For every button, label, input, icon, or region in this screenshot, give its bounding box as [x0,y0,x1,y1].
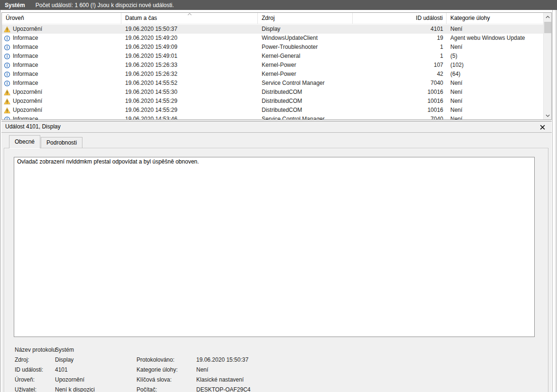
property-value: DESKTOP-OAF29C4 [196,385,250,392]
cell-event-id: 107 [353,61,447,70]
property-value: Není k dispozici [55,385,95,392]
column-header-datetime[interactable]: Datum a čas [121,13,258,24]
cell-level: Upozornění [2,88,121,97]
events-table-body: Upozornění 19.06.2020 15:50:37 Display 4… [2,25,543,119]
property-value: Display [55,355,73,365]
event-description-box[interactable]: Ovladač zobrazení nvlddmkm přestal odpov… [14,157,535,337]
column-header-source[interactable]: Zdroj [258,13,353,24]
scrollbar-thumb[interactable] [544,22,551,33]
property-label: Úroveň: [15,375,35,385]
log-header-bar: Systém Počet událostí: 1 600 (!) Jsou k … [0,0,557,10]
cell-source: WindowsUpdateClient [258,34,353,43]
level-text: Informace [13,34,38,43]
cell-datetime: 19.06.2020 14:55:29 [121,106,258,115]
cell-level: Informace [2,115,121,119]
cell-event-id: 1 [353,52,447,61]
column-header-category[interactable]: Kategorie úlohy [447,13,543,24]
tab-details[interactable]: Podrobnosti [41,137,82,148]
event-row[interactable]: Informace 19.06.2020 15:26:32 Kernel-Pow… [2,70,543,79]
tab-general[interactable]: Obecné [9,135,40,148]
info-icon [4,44,10,51]
event-row[interactable]: Informace 19.06.2020 15:49:20 WindowsUpd… [2,34,543,43]
property-row: Úroveň: Upozornění Klíčová slova: Klasic… [15,375,543,385]
warning-icon [4,26,10,33]
event-row[interactable]: Informace 19.06.2020 15:49:09 Power-Trou… [2,43,543,52]
event-row[interactable]: Informace 19.06.2020 15:26:33 Kernel-Pow… [2,61,543,70]
preview-tabs: Obecné Podrobnosti [9,135,82,148]
event-row[interactable]: Upozornění 19.06.2020 15:50:37 Display 4… [2,25,543,34]
events-table-header: Úroveň Datum a čas Zdroj ID události Kat… [2,13,551,24]
event-row[interactable]: Upozornění 19.06.2020 14:55:29 Distribut… [2,97,543,106]
level-text: Informace [13,79,38,88]
cell-category: Není [447,106,543,115]
cell-source: DistributedCOM [258,106,353,115]
scrollbar-down-button[interactable] [544,111,552,119]
level-text: Informace [13,61,38,70]
property-value: Klasické nastavení [196,375,244,385]
info-icon [4,53,10,60]
cell-level: Upozornění [2,97,121,106]
cell-category: Není [447,115,543,119]
property-value: Upozornění [55,375,84,385]
sort-ascending-icon [187,13,192,16]
log-status-text: Počet událostí: 1 600 (!) Jsou k dispozi… [36,2,174,9]
event-row[interactable]: Informace 19.06.2020 14:55:52 Service Co… [2,79,543,88]
close-icon[interactable] [539,124,546,130]
cell-event-id: 10016 [353,88,447,97]
property-label: Kategorie úlohy: [137,365,178,375]
property-label: ID události: [15,365,43,375]
info-icon [4,35,10,42]
property-label: Zdroj: [15,355,29,365]
event-preview-pane: Událost 4101, Display Obecné Podrobnosti… [1,121,552,392]
event-row[interactable]: Upozornění 19.06.2020 14:55:29 Distribut… [2,106,543,115]
cell-event-id: 10016 [353,97,447,106]
property-row: Název protokolu: Systém [15,345,543,355]
cell-category: (64) [447,70,543,79]
cell-datetime: 19.06.2020 15:26:33 [121,61,258,70]
general-tab-panel: Ovladač zobrazení nvlddmkm přestal odpov… [4,148,548,392]
column-header-datetime-label: Datum a čas [125,15,157,21]
property-row: Zdroj: Display Protokolováno: 19.06.2020… [15,355,543,365]
cell-source: DistributedCOM [258,88,353,97]
info-icon [4,71,10,78]
cell-source: DistributedCOM [258,97,353,106]
event-row[interactable]: Informace 19.06.2020 14:53:46 Service Co… [2,115,543,119]
cell-datetime: 19.06.2020 15:49:01 [121,52,258,61]
column-header-level[interactable]: Úroveň [2,13,121,24]
property-label: Název protokolu: [15,345,57,355]
property-value: Není [196,365,208,375]
property-value: 19.06.2020 15:50:37 [196,355,248,365]
event-row[interactable]: Upozornění 19.06.2020 14:55:30 Distribut… [2,88,543,97]
level-text: Upozornění [13,97,42,106]
level-text: Informace [13,52,38,61]
cell-category: Není [447,43,543,52]
warning-icon [4,98,10,105]
preview-header: Událost 4101, Display [1,121,552,133]
cell-level: Informace [2,61,121,70]
property-value: 4101 [55,365,68,375]
cell-category: Není [447,79,543,88]
info-icon [4,80,10,87]
scrollbar-up-button[interactable] [544,13,552,21]
property-row: Uživatel: Není k dispozici Počítač: DESK… [15,385,543,392]
cell-event-id: 7040 [353,115,447,119]
cell-source: Service Control Manager [258,115,353,119]
property-value: Systém [55,345,74,355]
events-scrollbar[interactable] [543,13,551,119]
event-properties: Název protokolu: Systém Zdroj: Display P… [15,345,543,392]
cell-level: Informace [2,34,121,43]
cell-category: (5) [447,52,543,61]
column-header-event-id[interactable]: ID události [353,13,447,24]
cell-level: Informace [2,70,121,79]
event-row[interactable]: Informace 19.06.2020 15:49:01 Kernel-Gen… [2,52,543,61]
cell-source: Power-Troubleshooter [258,43,353,52]
cell-source: Display [258,25,353,34]
cell-category: Agent webu Windows Update [447,34,543,43]
cell-source: Service Control Manager [258,79,353,88]
cell-datetime: 19.06.2020 15:49:09 [121,43,258,52]
cell-event-id: 7040 [353,79,447,88]
cell-source: Kernel-Power [258,70,353,79]
cell-level: Informace [2,79,121,88]
cell-source: Kernel-General [258,52,353,61]
cell-datetime: 19.06.2020 14:55:29 [121,97,258,106]
